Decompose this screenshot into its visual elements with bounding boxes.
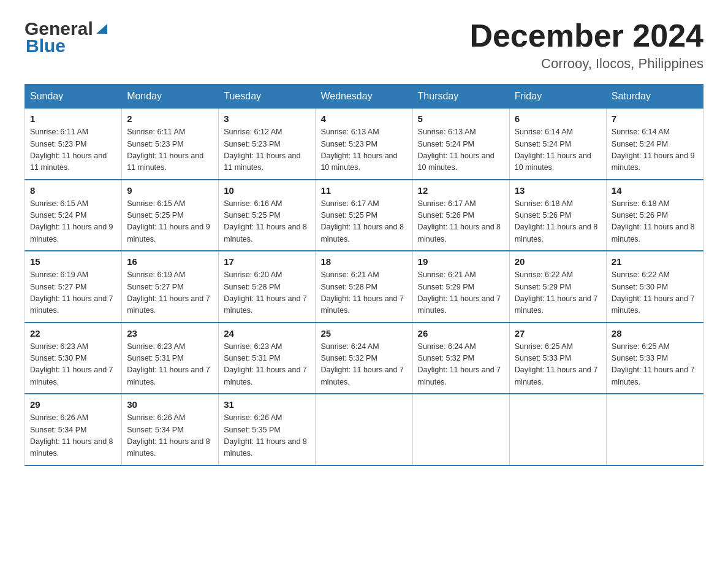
table-row: 8 Sunrise: 6:15 AMSunset: 5:24 PMDayligh… — [25, 180, 122, 251]
day-info: Sunrise: 6:15 AMSunset: 5:25 PMDaylight:… — [127, 198, 213, 246]
location-title: Corrooy, Ilocos, Philippines — [469, 56, 703, 72]
day-info: Sunrise: 6:17 AMSunset: 5:26 PMDaylight:… — [418, 198, 504, 246]
day-number: 25 — [320, 328, 407, 339]
table-row — [509, 394, 606, 465]
header-friday: Friday — [509, 85, 606, 109]
month-title: December 2024 — [469, 18, 703, 53]
table-row: 12 Sunrise: 6:17 AMSunset: 5:26 PMDaylig… — [412, 180, 509, 251]
day-number: 4 — [320, 113, 407, 124]
title-section: December 2024 Corrooy, Ilocos, Philippin… — [469, 18, 703, 72]
day-number: 21 — [612, 256, 698, 267]
day-info: Sunrise: 6:12 AMSunset: 5:23 PMDaylight:… — [224, 126, 310, 174]
day-number: 10 — [224, 185, 310, 196]
table-row: 23 Sunrise: 6:23 AMSunset: 5:31 PMDaylig… — [122, 323, 219, 394]
table-row: 31 Sunrise: 6:26 AMSunset: 5:35 PMDaylig… — [219, 394, 316, 465]
day-info: Sunrise: 6:23 AMSunset: 5:31 PMDaylight:… — [127, 341, 213, 389]
calendar-week-row: 15 Sunrise: 6:19 AMSunset: 5:27 PMDaylig… — [25, 251, 703, 323]
day-info: Sunrise: 6:26 AMSunset: 5:34 PMDaylight:… — [127, 412, 213, 460]
logo-blue: Blue — [25, 36, 66, 56]
day-number: 22 — [30, 328, 116, 339]
day-info: Sunrise: 6:14 AMSunset: 5:24 PMDaylight:… — [612, 126, 698, 174]
day-info: Sunrise: 6:14 AMSunset: 5:24 PMDaylight:… — [515, 126, 601, 174]
table-row: 4 Sunrise: 6:13 AMSunset: 5:23 PMDayligh… — [316, 109, 412, 180]
day-info: Sunrise: 6:21 AMSunset: 5:28 PMDaylight:… — [320, 269, 407, 317]
calendar-table: Sunday Monday Tuesday Wednesday Thursday… — [25, 84, 703, 466]
table-row: 17 Sunrise: 6:20 AMSunset: 5:28 PMDaylig… — [219, 251, 316, 323]
day-number: 27 — [515, 328, 601, 339]
logo-triangle-icon — [95, 21, 108, 35]
day-info: Sunrise: 6:16 AMSunset: 5:25 PMDaylight:… — [224, 198, 310, 246]
day-number: 15 — [30, 256, 116, 267]
header-tuesday: Tuesday — [219, 85, 316, 109]
table-row: 19 Sunrise: 6:21 AMSunset: 5:29 PMDaylig… — [412, 251, 509, 323]
table-row: 26 Sunrise: 6:24 AMSunset: 5:32 PMDaylig… — [412, 323, 509, 394]
table-row: 9 Sunrise: 6:15 AMSunset: 5:25 PMDayligh… — [122, 180, 219, 251]
day-number: 2 — [127, 113, 213, 124]
day-info: Sunrise: 6:23 AMSunset: 5:31 PMDaylight:… — [224, 341, 310, 389]
day-info: Sunrise: 6:18 AMSunset: 5:26 PMDaylight:… — [515, 198, 601, 246]
table-row: 18 Sunrise: 6:21 AMSunset: 5:28 PMDaylig… — [316, 251, 412, 323]
day-number: 17 — [224, 256, 310, 267]
header-saturday: Saturday — [606, 85, 703, 109]
svg-marker-0 — [96, 24, 107, 34]
logo: General Blue — [25, 18, 108, 56]
day-number: 18 — [320, 256, 407, 267]
day-info: Sunrise: 6:23 AMSunset: 5:30 PMDaylight:… — [30, 341, 116, 389]
day-info: Sunrise: 6:24 AMSunset: 5:32 PMDaylight:… — [320, 341, 407, 389]
day-number: 26 — [418, 328, 504, 339]
table-row — [606, 394, 703, 465]
day-number: 28 — [612, 328, 698, 339]
table-row: 3 Sunrise: 6:12 AMSunset: 5:23 PMDayligh… — [219, 109, 316, 180]
day-number: 23 — [127, 328, 213, 339]
day-info: Sunrise: 6:25 AMSunset: 5:33 PMDaylight:… — [612, 341, 698, 389]
table-row: 28 Sunrise: 6:25 AMSunset: 5:33 PMDaylig… — [606, 323, 703, 394]
day-number: 6 — [515, 113, 601, 124]
header-wednesday: Wednesday — [316, 85, 412, 109]
header-row: Sunday Monday Tuesday Wednesday Thursday… — [25, 85, 703, 109]
table-row: 14 Sunrise: 6:18 AMSunset: 5:26 PMDaylig… — [606, 180, 703, 251]
day-number: 8 — [30, 185, 116, 196]
table-row: 7 Sunrise: 6:14 AMSunset: 5:24 PMDayligh… — [606, 109, 703, 180]
day-number: 12 — [418, 185, 504, 196]
day-info: Sunrise: 6:13 AMSunset: 5:24 PMDaylight:… — [418, 126, 504, 174]
day-info: Sunrise: 6:19 AMSunset: 5:27 PMDaylight:… — [127, 269, 213, 317]
day-number: 30 — [127, 399, 213, 410]
day-number: 19 — [418, 256, 504, 267]
table-row: 24 Sunrise: 6:23 AMSunset: 5:31 PMDaylig… — [219, 323, 316, 394]
header-thursday: Thursday — [412, 85, 509, 109]
table-row: 20 Sunrise: 6:22 AMSunset: 5:29 PMDaylig… — [509, 251, 606, 323]
day-info: Sunrise: 6:26 AMSunset: 5:34 PMDaylight:… — [30, 412, 116, 460]
table-row: 2 Sunrise: 6:11 AMSunset: 5:23 PMDayligh… — [122, 109, 219, 180]
header-monday: Monday — [122, 85, 219, 109]
calendar-week-row: 8 Sunrise: 6:15 AMSunset: 5:24 PMDayligh… — [25, 180, 703, 251]
day-number: 20 — [515, 256, 601, 267]
table-row — [316, 394, 412, 465]
day-number: 11 — [320, 185, 407, 196]
day-info: Sunrise: 6:11 AMSunset: 5:23 PMDaylight:… — [30, 126, 116, 174]
day-number: 24 — [224, 328, 310, 339]
day-number: 14 — [612, 185, 698, 196]
day-info: Sunrise: 6:21 AMSunset: 5:29 PMDaylight:… — [418, 269, 504, 317]
day-number: 16 — [127, 256, 213, 267]
calendar-week-row: 1 Sunrise: 6:11 AMSunset: 5:23 PMDayligh… — [25, 109, 703, 180]
day-number: 5 — [418, 113, 504, 124]
day-info: Sunrise: 6:22 AMSunset: 5:30 PMDaylight:… — [612, 269, 698, 317]
page-header: General Blue December 2024 Corrooy, Iloc… — [25, 18, 703, 72]
day-number: 13 — [515, 185, 601, 196]
header-sunday: Sunday — [25, 85, 122, 109]
day-info: Sunrise: 6:17 AMSunset: 5:25 PMDaylight:… — [320, 198, 407, 246]
day-info: Sunrise: 6:19 AMSunset: 5:27 PMDaylight:… — [30, 269, 116, 317]
day-number: 9 — [127, 185, 213, 196]
table-row: 10 Sunrise: 6:16 AMSunset: 5:25 PMDaylig… — [219, 180, 316, 251]
day-info: Sunrise: 6:22 AMSunset: 5:29 PMDaylight:… — [515, 269, 601, 317]
table-row: 27 Sunrise: 6:25 AMSunset: 5:33 PMDaylig… — [509, 323, 606, 394]
table-row: 1 Sunrise: 6:11 AMSunset: 5:23 PMDayligh… — [25, 109, 122, 180]
day-number: 1 — [30, 113, 116, 124]
day-info: Sunrise: 6:25 AMSunset: 5:33 PMDaylight:… — [515, 341, 601, 389]
day-info: Sunrise: 6:26 AMSunset: 5:35 PMDaylight:… — [224, 412, 310, 460]
calendar-week-row: 29 Sunrise: 6:26 AMSunset: 5:34 PMDaylig… — [25, 394, 703, 465]
day-info: Sunrise: 6:24 AMSunset: 5:32 PMDaylight:… — [418, 341, 504, 389]
day-info: Sunrise: 6:20 AMSunset: 5:28 PMDaylight:… — [224, 269, 310, 317]
table-row: 30 Sunrise: 6:26 AMSunset: 5:34 PMDaylig… — [122, 394, 219, 465]
day-info: Sunrise: 6:11 AMSunset: 5:23 PMDaylight:… — [127, 126, 213, 174]
